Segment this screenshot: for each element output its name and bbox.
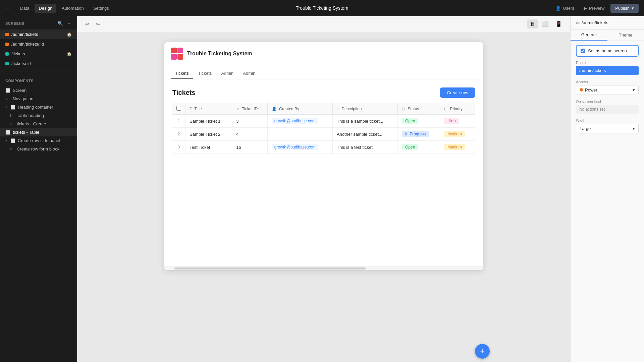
chevron-down-icon: ▾ — [633, 126, 635, 131]
screen-dot — [5, 62, 9, 65]
dots-icon[interactable]: ⋯ — [471, 51, 476, 57]
preview-icon: ▶ — [584, 6, 587, 11]
table-row[interactable]: 2 Sample Ticket 2 4 Another sample ticke… — [172, 128, 475, 141]
tab-general[interactable]: General — [571, 29, 607, 41]
screen-dot — [5, 33, 9, 36]
screen-dot — [5, 43, 9, 46]
component-tickets-table[interactable]: ⬜ tickets - Table — [0, 128, 77, 136]
cell-title: Test Ticket — [185, 141, 232, 154]
table-header-created-by: 👤 Created By — [267, 103, 332, 115]
right-sidebar: ▭ /admin/tickets General Theme Set as ho… — [570, 16, 644, 362]
cell-ticket-id: 3 — [232, 115, 268, 128]
scroll-thumb — [174, 267, 366, 269]
logo-sq-red — [171, 48, 177, 53]
fab-button[interactable]: + — [475, 344, 490, 359]
add-component-button[interactable]: + — [66, 77, 72, 84]
priority-badge: High — [444, 118, 459, 124]
sidebar-item-admin-tickets[interactable]: /admin/tickets 🏠 — [0, 29, 77, 39]
chevron-down-icon: ▾ — [633, 87, 635, 93]
tab-design[interactable]: Design — [35, 4, 56, 13]
app-nav-admin-2[interactable]: Admin — [239, 68, 259, 79]
set-home-screen-button[interactable]: Set as home screen — [576, 45, 639, 57]
canvas-inner: Trouble Ticketing System ⋯ Tickets Ticke… — [164, 42, 483, 352]
status-badge: In Progress — [402, 131, 429, 137]
cell-description: Another sample ticket... — [332, 128, 397, 141]
component-navigation[interactable]: ≡ Navigation — [0, 95, 77, 103]
access-dropdown[interactable]: Power ▾ — [576, 85, 639, 95]
app-logo — [171, 48, 183, 60]
component-create-row-form-block[interactable]: ≡ Create row form block — [0, 145, 77, 153]
table-header-priority: ⊟ Priority — [440, 103, 475, 115]
tablet-view-button[interactable]: ⬜ — [539, 19, 551, 28]
select-all-checkbox[interactable] — [176, 106, 181, 111]
sidebar-item-admin-tickets-id[interactable]: /admin/tickets/:id — [0, 39, 77, 49]
table-icon: ⬜ — [5, 130, 10, 135]
component-heading-container[interactable]: ▾ ⬜ Heading container — [0, 103, 77, 111]
home-screen-checkbox[interactable] — [581, 49, 585, 53]
on-screen-load-field: On screen load No actions set — [576, 100, 639, 114]
desktop-view-button[interactable]: 🖥 — [527, 19, 538, 28]
app-nav-tickets-2[interactable]: Tickets — [194, 68, 216, 79]
cell-ticket-id: 16 — [232, 141, 268, 154]
component-tickets-create[interactable]: ○ tickets - Create — [0, 120, 77, 128]
status-badge: Open — [402, 144, 418, 150]
row-num: 3 — [172, 141, 185, 154]
home-icon: 🏠 — [67, 52, 72, 56]
toolbar-right: 🖥 ⬜ 📱 — [527, 19, 565, 28]
component-table-heading[interactable]: T Table heading — [0, 111, 77, 120]
cell-created-by — [267, 128, 332, 141]
scroll-bar — [164, 266, 483, 270]
tab-settings[interactable]: Settings — [89, 4, 113, 13]
tab-data[interactable]: Data — [16, 4, 33, 13]
nav-tabs: Data Design Automation Settings — [16, 4, 113, 13]
app-frame: Trouble Ticketing System ⋯ Tickets Ticke… — [164, 42, 483, 270]
preview-button[interactable]: ▶ Preview — [580, 4, 608, 13]
body-title: Tickets — [172, 89, 196, 97]
undo-button[interactable]: ↩ — [83, 20, 92, 28]
home-icon: 🏠 — [67, 32, 72, 37]
publish-button[interactable]: Publish ▾ — [610, 4, 639, 13]
app-body-header: Tickets Create row — [172, 87, 475, 98]
row-num: 2 — [172, 128, 185, 141]
create-row-button[interactable]: Create row — [440, 87, 475, 98]
app-nav-admin-1[interactable]: Admin — [217, 68, 237, 79]
users-button[interactable]: 👤 Users — [552, 4, 578, 13]
back-button[interactable]: ← — [5, 5, 11, 11]
create-icon: ○ — [9, 122, 14, 126]
app-nav-tickets-1[interactable]: Tickets — [171, 68, 193, 79]
app-body: Tickets Create row T Title — [164, 79, 483, 266]
on-screen-load-label: On screen load — [576, 100, 639, 104]
cell-ticket-id: 4 — [232, 128, 268, 141]
cell-description: This is a sample ticket... — [332, 115, 397, 128]
screen-path: /admin/tickets — [582, 20, 608, 25]
email-badge: growth@budibase.com — [272, 144, 318, 150]
table-header-ticket-id: ↗ Ticket ID — [232, 103, 268, 115]
mobile-view-button[interactable]: 📱 — [553, 19, 565, 28]
canvas-toolbar: ↩ ↪ 🖥 ⬜ 📱 — [77, 16, 570, 32]
table-row[interactable]: 3 Test Ticket 16 growth@budibase.com Thi… — [172, 141, 475, 154]
component-screen[interactable]: ⬜ Screen — [0, 86, 77, 95]
table-row[interactable]: 1 Sample Ticket 1 3 growth@budibase.com … — [172, 115, 475, 128]
email-badge: growth@budibase.com — [272, 118, 318, 124]
tab-theme[interactable]: Theme — [607, 29, 644, 41]
home-screen-label: Set as home screen — [588, 48, 627, 53]
component-create-row-side-panel[interactable]: ▾ ⬜ Create row side panel — [0, 136, 77, 145]
user-icon: 👤 — [272, 107, 277, 111]
cell-created-by: growth@budibase.com — [267, 141, 332, 154]
table-header-checkbox — [172, 103, 185, 115]
add-screen-button[interactable]: + — [66, 20, 72, 27]
access-field: Access Power ▾ — [576, 80, 639, 95]
sidebar-item-tickets-id[interactable]: /tickets/:id — [0, 59, 77, 68]
sidebar-item-tickets[interactable]: /tickets 🏠 — [0, 49, 77, 59]
width-field: Width Large ▾ — [576, 118, 639, 133]
tab-automation[interactable]: Automation — [58, 4, 88, 13]
access-dot — [580, 88, 583, 92]
redo-button[interactable]: ↪ — [93, 20, 103, 28]
search-icon-button[interactable]: 🔍 — [56, 20, 64, 27]
width-dropdown[interactable]: Large ▾ — [576, 124, 639, 133]
container-icon: ⬜ — [10, 105, 15, 110]
row-num: 1 — [172, 115, 185, 128]
cell-priority: High — [440, 115, 475, 128]
no-actions-value: No actions set — [576, 105, 639, 114]
table-header-status: ⊟ Status — [398, 103, 440, 115]
